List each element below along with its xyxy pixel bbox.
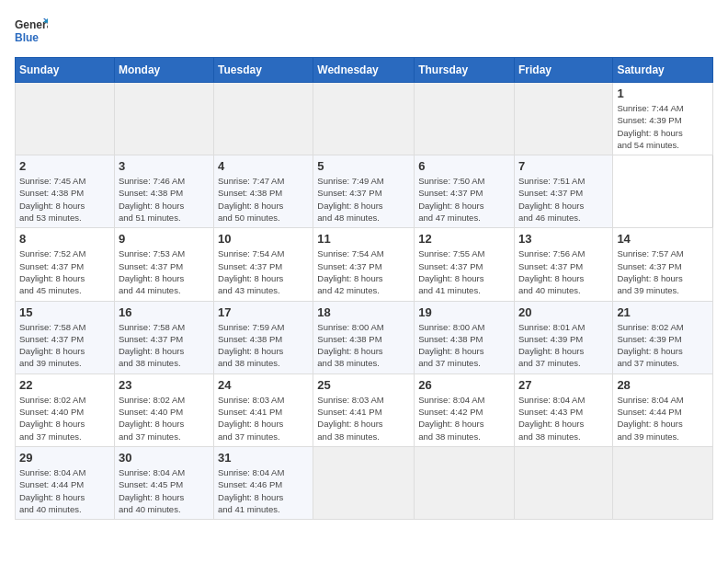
calendar-week-4: 15 Sunrise: 7:58 AMSunset: 4:37 PMDaylig…: [16, 301, 713, 373]
table-cell: 9 Sunrise: 7:53 AMSunset: 4:37 PMDayligh…: [114, 228, 213, 301]
day-number: 20: [518, 305, 609, 319]
table-cell: 12 Sunrise: 7:55 AMSunset: 4:37 PMDaylig…: [415, 228, 515, 301]
day-info: Sunrise: 7:54 AMSunset: 4:37 PMDaylight:…: [317, 247, 410, 296]
day-number: 8: [19, 232, 110, 246]
day-number: 5: [317, 159, 410, 173]
header-saturday: Saturday: [613, 58, 713, 83]
table-cell: [514, 83, 612, 155]
calendar-week-2: 2 Sunrise: 7:45 AMSunset: 4:38 PMDayligh…: [16, 155, 713, 228]
calendar-header-row: Sunday Monday Tuesday Wednesday Thursday…: [16, 58, 713, 83]
table-cell: [114, 83, 213, 155]
day-number: 17: [218, 305, 309, 319]
table-cell: 4 Sunrise: 7:47 AMSunset: 4:38 PMDayligh…: [214, 155, 313, 228]
table-cell: [415, 83, 515, 155]
day-info: Sunrise: 7:58 AMSunset: 4:37 PMDaylight:…: [19, 321, 110, 370]
day-info: Sunrise: 7:54 AMSunset: 4:37 PMDaylight:…: [218, 247, 309, 296]
table-cell: 15 Sunrise: 7:58 AMSunset: 4:37 PMDaylig…: [16, 301, 115, 373]
day-info: Sunrise: 7:56 AMSunset: 4:37 PMDaylight:…: [518, 247, 609, 296]
table-cell: [415, 446, 515, 519]
day-number: 21: [617, 305, 709, 319]
day-info: Sunrise: 8:04 AMSunset: 4:46 PMDaylight:…: [218, 466, 309, 515]
table-cell: 26 Sunrise: 8:04 AMSunset: 4:42 PMDaylig…: [415, 373, 515, 446]
svg-text:Blue: Blue: [15, 31, 39, 44]
day-number: 25: [317, 378, 410, 392]
day-info: Sunrise: 8:04 AMSunset: 4:45 PMDaylight:…: [119, 466, 210, 515]
day-number: 3: [119, 159, 210, 173]
day-info: Sunrise: 7:46 AMSunset: 4:38 PMDaylight:…: [119, 175, 210, 224]
day-info: Sunrise: 7:44 AMSunset: 4:39 PMDaylight:…: [617, 102, 709, 151]
table-cell: 10 Sunrise: 7:54 AMSunset: 4:37 PMDaylig…: [214, 228, 313, 301]
table-cell: 14 Sunrise: 7:57 AMSunset: 4:37 PMDaylig…: [613, 228, 713, 301]
day-number: 1: [617, 86, 709, 100]
day-number: 27: [518, 378, 609, 392]
day-info: Sunrise: 8:04 AMSunset: 4:42 PMDaylight:…: [418, 394, 510, 442]
day-number: 18: [317, 305, 410, 319]
svg-text:General: General: [15, 18, 48, 31]
day-number: 23: [119, 378, 210, 392]
table-cell: 3 Sunrise: 7:46 AMSunset: 4:38 PMDayligh…: [114, 155, 213, 228]
day-info: Sunrise: 7:50 AMSunset: 4:37 PMDaylight:…: [418, 175, 510, 224]
day-info: Sunrise: 7:55 AMSunset: 4:37 PMDaylight:…: [418, 247, 510, 296]
calendar-week-3: 8 Sunrise: 7:52 AMSunset: 4:37 PMDayligh…: [16, 228, 713, 301]
day-number: 26: [418, 378, 510, 392]
table-cell: 21 Sunrise: 8:02 AMSunset: 4:39 PMDaylig…: [613, 301, 713, 373]
table-cell: 6 Sunrise: 7:50 AMSunset: 4:37 PMDayligh…: [415, 155, 515, 228]
day-info: Sunrise: 7:53 AMSunset: 4:37 PMDaylight:…: [119, 247, 210, 296]
day-info: Sunrise: 8:03 AMSunset: 4:41 PMDaylight:…: [317, 394, 410, 442]
day-info: Sunrise: 8:02 AMSunset: 4:40 PMDaylight:…: [19, 394, 110, 442]
day-info: Sunrise: 7:59 AMSunset: 4:38 PMDaylight:…: [218, 321, 309, 370]
header-tuesday: Tuesday: [214, 58, 313, 83]
table-cell: [613, 446, 713, 519]
table-cell: 5 Sunrise: 7:49 AMSunset: 4:37 PMDayligh…: [313, 155, 415, 228]
table-cell: [313, 446, 415, 519]
day-info: Sunrise: 8:03 AMSunset: 4:41 PMDaylight:…: [218, 394, 309, 442]
day-number: 6: [418, 159, 510, 173]
day-number: 14: [617, 232, 709, 246]
header-monday: Monday: [114, 58, 213, 83]
day-number: 30: [119, 451, 210, 465]
day-number: 4: [218, 159, 309, 173]
day-info: Sunrise: 7:45 AMSunset: 4:38 PMDaylight:…: [19, 175, 110, 224]
day-number: 11: [317, 232, 410, 246]
table-cell: 22 Sunrise: 8:02 AMSunset: 4:40 PMDaylig…: [16, 373, 115, 446]
table-cell: [514, 446, 612, 519]
table-cell: 24 Sunrise: 8:03 AMSunset: 4:41 PMDaylig…: [214, 373, 313, 446]
day-info: Sunrise: 7:51 AMSunset: 4:37 PMDaylight:…: [518, 175, 609, 224]
table-cell: 19 Sunrise: 8:00 AMSunset: 4:38 PMDaylig…: [415, 301, 515, 373]
table-cell: 17 Sunrise: 7:59 AMSunset: 4:38 PMDaylig…: [214, 301, 313, 373]
day-number: 9: [119, 232, 210, 246]
header-friday: Friday: [514, 58, 612, 83]
day-info: Sunrise: 7:58 AMSunset: 4:37 PMDaylight:…: [119, 321, 210, 370]
day-number: 13: [518, 232, 609, 246]
day-number: 10: [218, 232, 309, 246]
table-cell: 30 Sunrise: 8:04 AMSunset: 4:45 PMDaylig…: [114, 446, 213, 519]
page-header: General Blue: [15, 15, 713, 48]
calendar-week-6: 29 Sunrise: 8:04 AMSunset: 4:44 PMDaylig…: [16, 446, 713, 519]
table-cell: 31 Sunrise: 8:04 AMSunset: 4:46 PMDaylig…: [214, 446, 313, 519]
table-cell: 11 Sunrise: 7:54 AMSunset: 4:37 PMDaylig…: [313, 228, 415, 301]
day-info: Sunrise: 8:00 AMSunset: 4:38 PMDaylight:…: [418, 321, 510, 370]
day-number: 2: [19, 159, 110, 173]
table-cell: 7 Sunrise: 7:51 AMSunset: 4:37 PMDayligh…: [514, 155, 612, 228]
table-cell: 2 Sunrise: 7:45 AMSunset: 4:38 PMDayligh…: [16, 155, 115, 228]
day-info: Sunrise: 8:01 AMSunset: 4:39 PMDaylight:…: [518, 321, 609, 370]
table-cell: 23 Sunrise: 8:02 AMSunset: 4:40 PMDaylig…: [114, 373, 213, 446]
day-number: 7: [518, 159, 609, 173]
table-cell: 20 Sunrise: 8:01 AMSunset: 4:39 PMDaylig…: [514, 301, 612, 373]
table-cell: 27 Sunrise: 8:04 AMSunset: 4:43 PMDaylig…: [514, 373, 612, 446]
logo-svg: General Blue: [15, 15, 48, 48]
day-number: 12: [418, 232, 510, 246]
day-info: Sunrise: 7:57 AMSunset: 4:37 PMDaylight:…: [617, 247, 709, 296]
table-cell: [16, 83, 115, 155]
table-cell: 1 Sunrise: 7:44 AMSunset: 4:39 PMDayligh…: [613, 83, 713, 155]
calendar-week-1: 1 Sunrise: 7:44 AMSunset: 4:39 PMDayligh…: [16, 83, 713, 155]
day-number: 28: [617, 378, 709, 392]
table-cell: [214, 83, 313, 155]
calendar-table: Sunday Monday Tuesday Wednesday Thursday…: [15, 57, 713, 520]
day-number: 31: [218, 451, 309, 465]
day-info: Sunrise: 8:04 AMSunset: 4:43 PMDaylight:…: [518, 394, 609, 442]
day-number: 19: [418, 305, 510, 319]
day-info: Sunrise: 8:02 AMSunset: 4:39 PMDaylight:…: [617, 321, 709, 370]
table-cell: 8 Sunrise: 7:52 AMSunset: 4:37 PMDayligh…: [16, 228, 115, 301]
logo: General Blue: [15, 15, 48, 48]
